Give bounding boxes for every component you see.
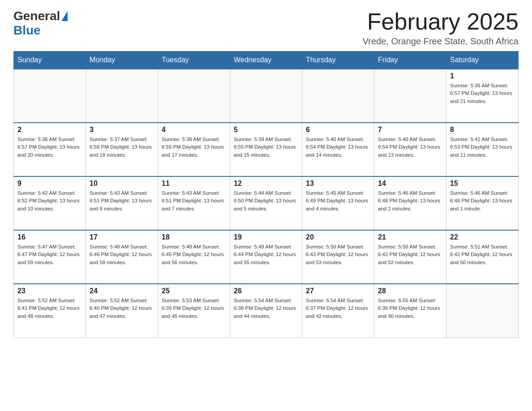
calendar-day-cell: 11Sunrise: 5:43 AM Sunset: 6:51 PM Dayli… (158, 176, 230, 230)
calendar-day-header: Tuesday (158, 51, 230, 69)
day-info: Sunrise: 5:40 AM Sunset: 6:54 PM Dayligh… (378, 136, 442, 159)
day-number: 27 (306, 287, 370, 295)
calendar-week-row: 2Sunrise: 5:36 AM Sunset: 6:57 PM Daylig… (14, 123, 519, 176)
day-number: 21 (378, 233, 442, 241)
location-subtitle: Vrede, Orange Free State, South Africa (363, 36, 519, 47)
logo-general-text: General (13, 9, 60, 23)
calendar-day-cell: 14Sunrise: 5:46 AM Sunset: 6:48 PM Dayli… (374, 176, 446, 230)
day-number: 17 (90, 233, 154, 241)
day-number: 5 (234, 126, 298, 134)
day-info: Sunrise: 5:43 AM Sunset: 6:51 PM Dayligh… (162, 189, 226, 213)
day-info: Sunrise: 5:46 AM Sunset: 6:48 PM Dayligh… (450, 189, 515, 213)
day-info: Sunrise: 5:36 AM Sunset: 6:57 PM Dayligh… (450, 82, 515, 105)
day-info: Sunrise: 5:48 AM Sunset: 6:46 PM Dayligh… (90, 243, 154, 266)
day-number: 20 (306, 233, 370, 241)
day-number: 28 (378, 287, 442, 295)
calendar-week-row: 1Sunrise: 5:36 AM Sunset: 6:57 PM Daylig… (14, 69, 519, 123)
day-info: Sunrise: 5:55 AM Sunset: 6:36 PM Dayligh… (378, 297, 442, 320)
day-number: 19 (234, 233, 298, 241)
calendar-day-cell: 3Sunrise: 5:37 AM Sunset: 6:56 PM Daylig… (86, 123, 158, 176)
calendar-day-cell: 22Sunrise: 5:51 AM Sunset: 6:42 PM Dayli… (446, 230, 519, 284)
calendar-day-cell (86, 69, 158, 123)
day-number: 15 (450, 180, 515, 188)
day-number: 8 (450, 126, 515, 134)
calendar-day-cell: 2Sunrise: 5:36 AM Sunset: 6:57 PM Daylig… (14, 123, 86, 176)
calendar-day-cell: 4Sunrise: 5:38 AM Sunset: 6:55 PM Daylig… (158, 123, 230, 176)
day-info: Sunrise: 5:37 AM Sunset: 6:56 PM Dayligh… (90, 136, 154, 159)
day-number: 22 (450, 233, 515, 241)
day-number: 12 (234, 180, 298, 188)
day-info: Sunrise: 5:39 AM Sunset: 6:55 PM Dayligh… (234, 136, 298, 159)
day-number: 1 (450, 72, 515, 80)
calendar-day-cell (302, 69, 374, 123)
page-header: General Blue February 2025 Vrede, Orange… (13, 9, 519, 47)
calendar-day-cell: 25Sunrise: 5:53 AM Sunset: 6:39 PM Dayli… (158, 284, 230, 338)
day-info: Sunrise: 5:42 AM Sunset: 6:52 PM Dayligh… (17, 189, 82, 213)
calendar-week-row: 9Sunrise: 5:42 AM Sunset: 6:52 PM Daylig… (14, 176, 519, 230)
calendar-table: SundayMondayTuesdayWednesdayThursdayFrid… (13, 51, 519, 338)
day-number: 10 (90, 180, 154, 188)
calendar-day-cell: 28Sunrise: 5:55 AM Sunset: 6:36 PM Dayli… (374, 284, 446, 338)
calendar-day-header: Friday (374, 51, 446, 69)
day-info: Sunrise: 5:41 AM Sunset: 6:53 PM Dayligh… (450, 136, 515, 159)
day-number: 23 (17, 287, 82, 295)
day-info: Sunrise: 5:48 AM Sunset: 6:45 PM Dayligh… (162, 243, 226, 266)
day-number: 3 (90, 126, 154, 134)
calendar-day-cell: 18Sunrise: 5:48 AM Sunset: 6:45 PM Dayli… (158, 230, 230, 284)
day-info: Sunrise: 5:47 AM Sunset: 6:47 PM Dayligh… (17, 243, 82, 266)
day-info: Sunrise: 5:44 AM Sunset: 6:50 PM Dayligh… (234, 189, 298, 213)
calendar-day-cell (374, 69, 446, 123)
day-number: 24 (90, 287, 154, 295)
calendar-day-cell: 23Sunrise: 5:52 AM Sunset: 6:41 PM Dayli… (14, 284, 86, 338)
calendar-day-cell: 17Sunrise: 5:48 AM Sunset: 6:46 PM Dayli… (86, 230, 158, 284)
calendar-day-cell (14, 69, 86, 123)
calendar-day-header: Thursday (302, 51, 374, 69)
calendar-day-cell: 20Sunrise: 5:50 AM Sunset: 6:43 PM Dayli… (302, 230, 374, 284)
calendar-day-cell (446, 284, 519, 338)
calendar-day-cell (158, 69, 230, 123)
day-number: 2 (17, 126, 82, 134)
calendar-day-cell: 15Sunrise: 5:46 AM Sunset: 6:48 PM Dayli… (446, 176, 519, 230)
day-info: Sunrise: 5:51 AM Sunset: 6:42 PM Dayligh… (450, 243, 515, 266)
day-number: 6 (306, 126, 370, 134)
calendar-day-cell: 13Sunrise: 5:45 AM Sunset: 6:49 PM Dayli… (302, 176, 374, 230)
logo-triangle-icon (61, 11, 68, 21)
calendar-day-cell: 19Sunrise: 5:49 AM Sunset: 6:44 PM Dayli… (230, 230, 302, 284)
logo-blue-text: Blue (13, 23, 41, 38)
calendar-day-cell: 7Sunrise: 5:40 AM Sunset: 6:54 PM Daylig… (374, 123, 446, 176)
calendar-week-row: 23Sunrise: 5:52 AM Sunset: 6:41 PM Dayli… (14, 284, 519, 338)
calendar-header-row: SundayMondayTuesdayWednesdayThursdayFrid… (14, 51, 519, 69)
day-info: Sunrise: 5:52 AM Sunset: 6:41 PM Dayligh… (17, 297, 82, 320)
calendar-week-row: 16Sunrise: 5:47 AM Sunset: 6:47 PM Dayli… (14, 230, 519, 284)
calendar-day-header: Wednesday (230, 51, 302, 69)
calendar-day-header: Sunday (14, 51, 86, 69)
day-info: Sunrise: 5:36 AM Sunset: 6:57 PM Dayligh… (17, 136, 82, 159)
calendar-day-cell: 1Sunrise: 5:36 AM Sunset: 6:57 PM Daylig… (446, 69, 519, 123)
day-number: 4 (162, 126, 226, 134)
day-info: Sunrise: 5:49 AM Sunset: 6:44 PM Dayligh… (234, 243, 298, 266)
calendar-day-cell: 16Sunrise: 5:47 AM Sunset: 6:47 PM Dayli… (14, 230, 86, 284)
day-info: Sunrise: 5:50 AM Sunset: 6:42 PM Dayligh… (378, 243, 442, 266)
calendar-day-cell: 5Sunrise: 5:39 AM Sunset: 6:55 PM Daylig… (230, 123, 302, 176)
day-info: Sunrise: 5:43 AM Sunset: 6:51 PM Dayligh… (90, 189, 154, 213)
calendar-day-cell: 24Sunrise: 5:52 AM Sunset: 6:40 PM Dayli… (86, 284, 158, 338)
month-title: February 2025 (363, 9, 519, 34)
day-number: 9 (17, 180, 82, 188)
day-info: Sunrise: 5:53 AM Sunset: 6:39 PM Dayligh… (162, 297, 226, 320)
day-number: 7 (378, 126, 442, 134)
day-number: 16 (17, 233, 82, 241)
calendar-day-cell: 9Sunrise: 5:42 AM Sunset: 6:52 PM Daylig… (14, 176, 86, 230)
day-number: 13 (306, 180, 370, 188)
day-number: 26 (234, 287, 298, 295)
calendar-day-cell: 27Sunrise: 5:54 AM Sunset: 6:37 PM Dayli… (302, 284, 374, 338)
calendar-day-header: Saturday (446, 51, 519, 69)
day-info: Sunrise: 5:40 AM Sunset: 6:54 PM Dayligh… (306, 136, 370, 159)
title-section: February 2025 Vrede, Orange Free State, … (363, 9, 519, 47)
day-info: Sunrise: 5:54 AM Sunset: 6:38 PM Dayligh… (234, 297, 298, 320)
day-info: Sunrise: 5:38 AM Sunset: 6:55 PM Dayligh… (162, 136, 226, 159)
calendar-day-cell (230, 69, 302, 123)
day-info: Sunrise: 5:46 AM Sunset: 6:48 PM Dayligh… (378, 189, 442, 213)
calendar-day-cell: 8Sunrise: 5:41 AM Sunset: 6:53 PM Daylig… (446, 123, 519, 176)
day-number: 11 (162, 180, 226, 188)
day-info: Sunrise: 5:50 AM Sunset: 6:43 PM Dayligh… (306, 243, 370, 266)
